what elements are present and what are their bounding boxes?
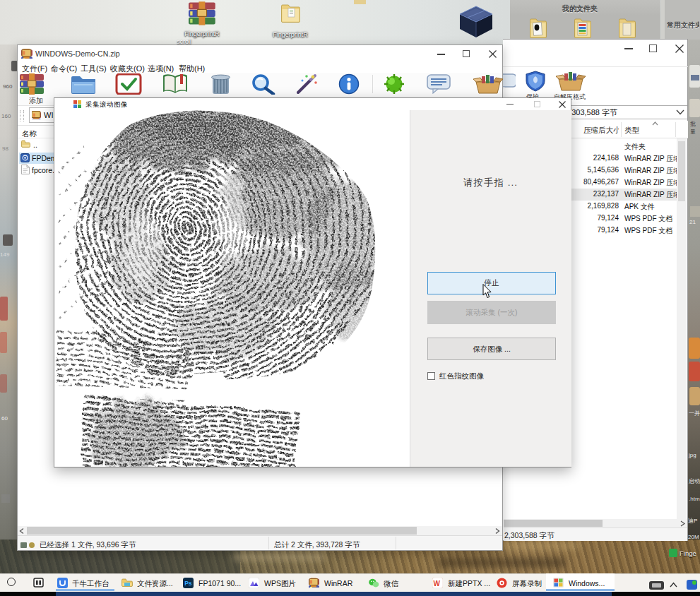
svg-text:W: W <box>433 580 440 588</box>
svg-text:Ps: Ps <box>184 580 192 587</box>
